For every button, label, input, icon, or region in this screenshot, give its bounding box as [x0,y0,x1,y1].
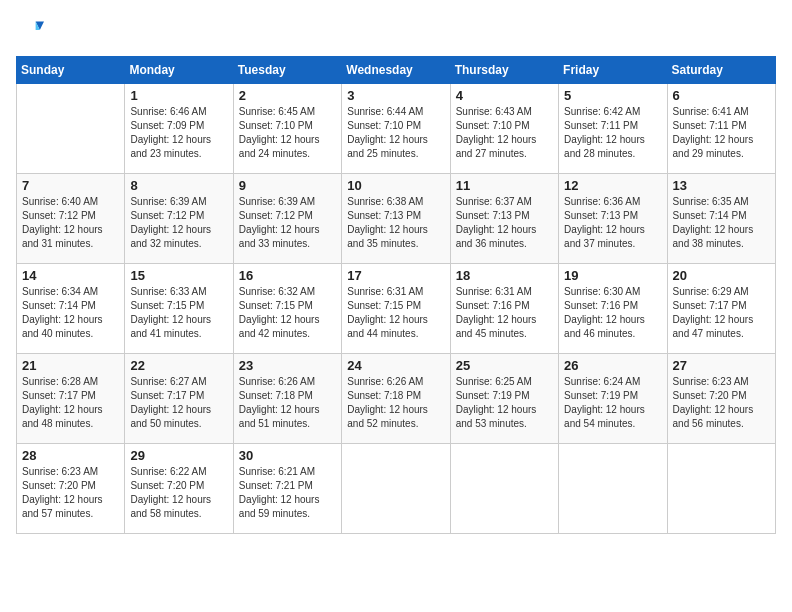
day-info: Sunrise: 6:41 AMSunset: 7:11 PMDaylight:… [673,105,770,161]
day-info: Sunrise: 6:34 AMSunset: 7:14 PMDaylight:… [22,285,119,341]
day-number: 6 [673,88,770,103]
day-info: Sunrise: 6:22 AMSunset: 7:20 PMDaylight:… [130,465,227,521]
calendar-cell: 1 Sunrise: 6:46 AMSunset: 7:09 PMDayligh… [125,84,233,174]
calendar-cell [667,444,775,534]
day-info: Sunrise: 6:23 AMSunset: 7:20 PMDaylight:… [22,465,119,521]
day-info: Sunrise: 6:39 AMSunset: 7:12 PMDaylight:… [130,195,227,251]
day-number: 29 [130,448,227,463]
calendar-cell: 30 Sunrise: 6:21 AMSunset: 7:21 PMDaylig… [233,444,341,534]
calendar-header-row: SundayMondayTuesdayWednesdayThursdayFrid… [17,57,776,84]
day-info: Sunrise: 6:26 AMSunset: 7:18 PMDaylight:… [347,375,444,431]
calendar-cell: 19 Sunrise: 6:30 AMSunset: 7:16 PMDaylig… [559,264,667,354]
column-header-wednesday: Wednesday [342,57,450,84]
calendar-cell: 5 Sunrise: 6:42 AMSunset: 7:11 PMDayligh… [559,84,667,174]
calendar-cell: 25 Sunrise: 6:25 AMSunset: 7:19 PMDaylig… [450,354,558,444]
calendar-cell: 24 Sunrise: 6:26 AMSunset: 7:18 PMDaylig… [342,354,450,444]
day-info: Sunrise: 6:26 AMSunset: 7:18 PMDaylight:… [239,375,336,431]
day-info: Sunrise: 6:25 AMSunset: 7:19 PMDaylight:… [456,375,553,431]
calendar-cell: 16 Sunrise: 6:32 AMSunset: 7:15 PMDaylig… [233,264,341,354]
day-number: 1 [130,88,227,103]
calendar-cell: 15 Sunrise: 6:33 AMSunset: 7:15 PMDaylig… [125,264,233,354]
day-number: 12 [564,178,661,193]
day-number: 17 [347,268,444,283]
calendar-cell: 4 Sunrise: 6:43 AMSunset: 7:10 PMDayligh… [450,84,558,174]
calendar-cell: 6 Sunrise: 6:41 AMSunset: 7:11 PMDayligh… [667,84,775,174]
logo [16,16,48,44]
calendar-cell [450,444,558,534]
calendar-week-row: 21 Sunrise: 6:28 AMSunset: 7:17 PMDaylig… [17,354,776,444]
day-number: 14 [22,268,119,283]
day-info: Sunrise: 6:45 AMSunset: 7:10 PMDaylight:… [239,105,336,161]
calendar-cell [342,444,450,534]
day-info: Sunrise: 6:23 AMSunset: 7:20 PMDaylight:… [673,375,770,431]
day-number: 21 [22,358,119,373]
day-number: 23 [239,358,336,373]
day-info: Sunrise: 6:42 AMSunset: 7:11 PMDaylight:… [564,105,661,161]
day-info: Sunrise: 6:30 AMSunset: 7:16 PMDaylight:… [564,285,661,341]
day-info: Sunrise: 6:28 AMSunset: 7:17 PMDaylight:… [22,375,119,431]
day-number: 2 [239,88,336,103]
day-number: 26 [564,358,661,373]
day-info: Sunrise: 6:40 AMSunset: 7:12 PMDaylight:… [22,195,119,251]
calendar-cell: 12 Sunrise: 6:36 AMSunset: 7:13 PMDaylig… [559,174,667,264]
page-header [16,16,776,44]
column-header-saturday: Saturday [667,57,775,84]
calendar-cell: 13 Sunrise: 6:35 AMSunset: 7:14 PMDaylig… [667,174,775,264]
calendar-cell: 11 Sunrise: 6:37 AMSunset: 7:13 PMDaylig… [450,174,558,264]
calendar-week-row: 14 Sunrise: 6:34 AMSunset: 7:14 PMDaylig… [17,264,776,354]
calendar-cell: 9 Sunrise: 6:39 AMSunset: 7:12 PMDayligh… [233,174,341,264]
day-number: 4 [456,88,553,103]
column-header-monday: Monday [125,57,233,84]
column-header-tuesday: Tuesday [233,57,341,84]
day-info: Sunrise: 6:33 AMSunset: 7:15 PMDaylight:… [130,285,227,341]
day-info: Sunrise: 6:32 AMSunset: 7:15 PMDaylight:… [239,285,336,341]
calendar-cell: 18 Sunrise: 6:31 AMSunset: 7:16 PMDaylig… [450,264,558,354]
calendar-table: SundayMondayTuesdayWednesdayThursdayFrid… [16,56,776,534]
day-number: 10 [347,178,444,193]
day-info: Sunrise: 6:37 AMSunset: 7:13 PMDaylight:… [456,195,553,251]
day-info: Sunrise: 6:24 AMSunset: 7:19 PMDaylight:… [564,375,661,431]
day-number: 28 [22,448,119,463]
day-number: 27 [673,358,770,373]
day-info: Sunrise: 6:31 AMSunset: 7:16 PMDaylight:… [456,285,553,341]
calendar-cell: 8 Sunrise: 6:39 AMSunset: 7:12 PMDayligh… [125,174,233,264]
calendar-cell: 14 Sunrise: 6:34 AMSunset: 7:14 PMDaylig… [17,264,125,354]
calendar-cell: 7 Sunrise: 6:40 AMSunset: 7:12 PMDayligh… [17,174,125,264]
day-info: Sunrise: 6:21 AMSunset: 7:21 PMDaylight:… [239,465,336,521]
calendar-week-row: 1 Sunrise: 6:46 AMSunset: 7:09 PMDayligh… [17,84,776,174]
day-number: 18 [456,268,553,283]
logo-icon [16,16,44,44]
calendar-cell: 10 Sunrise: 6:38 AMSunset: 7:13 PMDaylig… [342,174,450,264]
calendar-cell: 17 Sunrise: 6:31 AMSunset: 7:15 PMDaylig… [342,264,450,354]
day-number: 22 [130,358,227,373]
day-info: Sunrise: 6:43 AMSunset: 7:10 PMDaylight:… [456,105,553,161]
day-number: 9 [239,178,336,193]
calendar-week-row: 7 Sunrise: 6:40 AMSunset: 7:12 PMDayligh… [17,174,776,264]
calendar-cell: 27 Sunrise: 6:23 AMSunset: 7:20 PMDaylig… [667,354,775,444]
day-number: 5 [564,88,661,103]
day-number: 16 [239,268,336,283]
day-info: Sunrise: 6:46 AMSunset: 7:09 PMDaylight:… [130,105,227,161]
calendar-cell: 22 Sunrise: 6:27 AMSunset: 7:17 PMDaylig… [125,354,233,444]
calendar-cell: 23 Sunrise: 6:26 AMSunset: 7:18 PMDaylig… [233,354,341,444]
calendar-cell [559,444,667,534]
day-number: 30 [239,448,336,463]
day-number: 7 [22,178,119,193]
day-number: 11 [456,178,553,193]
calendar-week-row: 28 Sunrise: 6:23 AMSunset: 7:20 PMDaylig… [17,444,776,534]
day-number: 19 [564,268,661,283]
column-header-friday: Friday [559,57,667,84]
calendar-cell: 3 Sunrise: 6:44 AMSunset: 7:10 PMDayligh… [342,84,450,174]
calendar-cell: 2 Sunrise: 6:45 AMSunset: 7:10 PMDayligh… [233,84,341,174]
calendar-cell [17,84,125,174]
column-header-sunday: Sunday [17,57,125,84]
day-number: 13 [673,178,770,193]
day-info: Sunrise: 6:29 AMSunset: 7:17 PMDaylight:… [673,285,770,341]
day-info: Sunrise: 6:35 AMSunset: 7:14 PMDaylight:… [673,195,770,251]
day-info: Sunrise: 6:36 AMSunset: 7:13 PMDaylight:… [564,195,661,251]
day-info: Sunrise: 6:27 AMSunset: 7:17 PMDaylight:… [130,375,227,431]
day-info: Sunrise: 6:31 AMSunset: 7:15 PMDaylight:… [347,285,444,341]
calendar-cell: 20 Sunrise: 6:29 AMSunset: 7:17 PMDaylig… [667,264,775,354]
day-number: 20 [673,268,770,283]
day-info: Sunrise: 6:38 AMSunset: 7:13 PMDaylight:… [347,195,444,251]
